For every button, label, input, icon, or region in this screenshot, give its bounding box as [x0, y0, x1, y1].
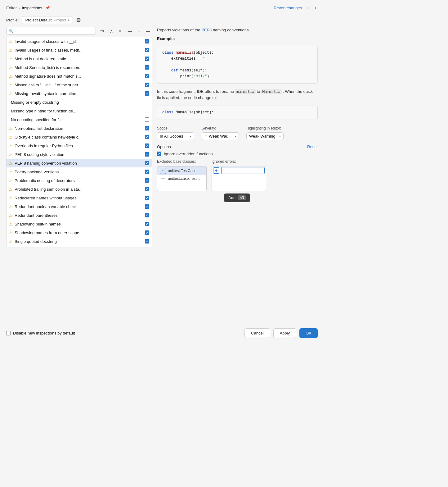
warn-icon: ⚠: [9, 178, 13, 183]
inspection-item[interactable]: ⚠Single quoted docstring: [7, 237, 152, 246]
inspection-checkbox[interactable]: [145, 74, 149, 78]
inspection-item[interactable]: ⚠Invalid usages of final classes, meth..…: [7, 46, 152, 54]
plus-button[interactable]: +: [136, 27, 142, 35]
inspection-item[interactable]: ⚠Missed call to '__init__' of the super …: [7, 80, 152, 89]
excluded-remove-button[interactable]: —: [160, 176, 166, 181]
inspection-item[interactable]: ⚠Redundant parentheses: [7, 211, 152, 220]
revert-changes-button[interactable]: Revert changes: [274, 6, 302, 10]
inspection-item[interactable]: ⚠Overloads in regular Python files: [7, 141, 152, 150]
inspection-checkbox[interactable]: [145, 170, 149, 174]
cancel-button[interactable]: Cancel: [244, 328, 270, 338]
reset-button[interactable]: Reset: [307, 144, 318, 149]
profile-select[interactable]: Project Default Project ▾: [22, 16, 73, 24]
inspection-item-label: Redundant boolean variable check: [15, 204, 143, 209]
inspection-item-label: Poetry package versions: [15, 170, 143, 174]
inspection-checkbox[interactable]: [145, 91, 149, 96]
ignored-add-button[interactable]: +: [213, 167, 219, 174]
warn-icon: ⚠: [9, 83, 13, 87]
expand-button[interactable]: ∧: [108, 27, 115, 35]
description-area2: In this code fragment, IDE offers to ren…: [157, 89, 318, 101]
inspection-checkbox[interactable]: [145, 222, 149, 226]
inspection-checkbox[interactable]: [145, 39, 149, 43]
inspection-checkbox[interactable]: [145, 126, 149, 130]
inspection-checkbox[interactable]: [145, 178, 149, 183]
inspection-checkbox[interactable]: [145, 143, 149, 148]
gear-button[interactable]: ⚙: [76, 17, 81, 24]
highlighting-group: Highlighting in editor: Weak Warning ▾: [246, 126, 284, 140]
dialog: Editor › Inspections 📌 Revert changes ‹ …: [0, 0, 324, 342]
inspection-item[interactable]: ⚠Statement has no effect: [7, 246, 152, 248]
inspection-checkbox[interactable]: [145, 187, 149, 191]
inspection-item[interactable]: ⚠Redundant boolean variable check: [7, 202, 152, 211]
inspection-checkbox[interactable]: [145, 230, 149, 235]
highlighting-select[interactable]: Weak Warning ▾: [246, 132, 284, 140]
inspection-item-label: No encoding specified for file: [11, 117, 143, 122]
inspection-item[interactable]: ⚠Problematic nesting of decorators: [7, 176, 152, 185]
chevron-down-icon: ▾: [279, 134, 281, 138]
inspection-checkbox[interactable]: [145, 109, 149, 113]
ignore-overridden-checkbox[interactable]: [157, 152, 161, 156]
filter-button[interactable]: ≡▾: [98, 27, 106, 35]
excluded-item-row-2[interactable]: — unittest.case.Test...: [157, 175, 206, 182]
excluded-add-button[interactable]: +: [160, 168, 166, 174]
minus-button[interactable]: —: [126, 27, 134, 35]
inspection-item-label: Missing type hinting for function de...: [11, 109, 143, 113]
inspection-item[interactable]: ⚠Method is not declared static: [7, 54, 152, 63]
dash-button[interactable]: —: [144, 27, 152, 35]
inspection-item[interactable]: ⚠Old-style class contains new-style c...: [7, 133, 152, 141]
header-right: Revert changes ‹ ›: [274, 4, 318, 11]
apply-button[interactable]: Apply: [273, 328, 297, 338]
scope-group: Scope: In All Scopes ▾: [157, 126, 194, 140]
ok-button[interactable]: OK: [299, 328, 318, 338]
tooltip-text: Add: [228, 195, 235, 200]
inspection-checkbox[interactable]: [145, 196, 149, 200]
profile-label: Profile:: [6, 18, 19, 22]
ignored-text-input[interactable]: [221, 167, 265, 174]
inspection-checkbox[interactable]: [145, 83, 149, 87]
inspection-item[interactable]: ⚠PEP 8 coding style violation: [7, 150, 152, 159]
inspection-checkbox[interactable]: [145, 100, 149, 104]
inspection-item[interactable]: ⚠Non-optimal list declaration: [7, 124, 152, 133]
inspection-checkbox[interactable]: [145, 213, 149, 217]
disable-inspections-checkbox[interactable]: [6, 331, 11, 335]
inspection-checkbox[interactable]: [145, 117, 149, 122]
inspection-item[interactable]: ⚠PEP 8 naming convention violation: [7, 159, 152, 167]
search-box[interactable]: 🔍: [6, 27, 96, 35]
pin-icon[interactable]: 📌: [45, 6, 50, 10]
inspection-checkbox[interactable]: [145, 57, 149, 61]
search-icon: 🔍: [9, 29, 14, 33]
nav-forward-button[interactable]: ›: [314, 4, 318, 11]
severity-warn-icon: ⚠: [204, 134, 208, 138]
inspection-checkbox[interactable]: [145, 135, 149, 139]
disable-row: Disable new inspections by default: [6, 331, 75, 335]
settings-row: Scope: In All Scopes ▾ Severity: ⚠ Weak …: [157, 126, 318, 140]
inspection-item[interactable]: ⚠Missing `await` syntax in coroutine...: [7, 89, 152, 98]
inspection-item[interactable]: ⚠Prohibited trailing semicolon in a sta.…: [7, 185, 152, 193]
search-input[interactable]: [15, 29, 93, 33]
inspection-item[interactable]: Missing type hinting for function de...: [7, 107, 152, 115]
inspection-checkbox[interactable]: [145, 48, 149, 52]
inspection-item[interactable]: ⚠Invalid usages of classes with __sl...: [7, 37, 152, 46]
inspection-item-label: PEP 8 naming convention violation: [15, 161, 143, 166]
inspection-checkbox[interactable]: [145, 152, 149, 157]
inspection-item[interactable]: ⚠Poetry package versions: [7, 167, 152, 176]
inspection-checkbox[interactable]: [145, 161, 149, 165]
collapse-button[interactable]: ✕: [117, 27, 124, 35]
breadcrumb-current: Inspections: [22, 6, 42, 10]
inspection-item-label: Old-style class contains new-style c...: [15, 135, 143, 139]
excluded-col: Excluded base classes: + unittest.TestCa…: [157, 159, 207, 192]
inspection-checkbox[interactable]: [145, 65, 149, 70]
severity-select[interactable]: ⚠ Weak War... ▾: [202, 132, 239, 140]
inspection-item[interactable]: ⚠Redeclared names without usages: [7, 193, 152, 202]
inspection-item[interactable]: ⚠Shadowing names from outer scope...: [7, 228, 152, 237]
inspection-item[interactable]: ⚠Method Series.to_list() is recommen...: [7, 63, 152, 72]
nav-back-button[interactable]: ‹: [306, 4, 310, 11]
inspection-checkbox[interactable]: [145, 204, 149, 209]
scope-select[interactable]: In All Scopes ▾: [157, 132, 194, 140]
inspection-item[interactable]: No encoding specified for file: [7, 115, 152, 124]
inspection-item[interactable]: ⚠Shadowing built-in names: [7, 220, 152, 228]
inspection-item[interactable]: Missing or empty docstring: [7, 98, 152, 107]
pep8-link[interactable]: PEP8: [201, 28, 212, 32]
inspection-checkbox[interactable]: [145, 239, 149, 244]
inspection-item[interactable]: ⚠Method signature does not match s...: [7, 72, 152, 80]
